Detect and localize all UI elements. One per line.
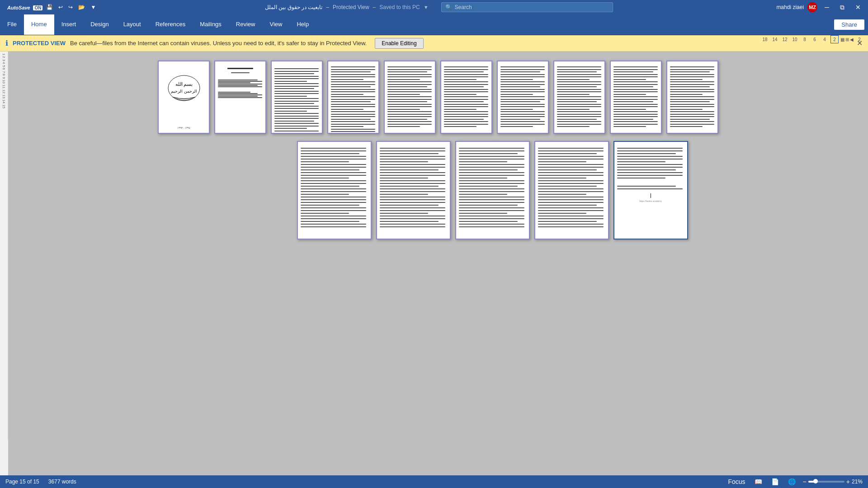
p5-content [385,61,435,133]
tab-design[interactable]: Design [83,14,116,35]
page-thumb-11[interactable] [297,141,372,239]
p15-footer-text: https://books.academy [616,200,685,202]
page-thumb-7[interactable] [497,61,549,134]
view-web-button[interactable]: 🌐 [786,477,797,486]
p4-content [328,61,378,133]
search-box[interactable]: 🔍 [441,2,613,12]
page-thumb-10[interactable] [666,61,718,134]
zoom-slider[interactable] [808,481,844,483]
p8-content [554,61,604,133]
strip-3[interactable]: 3 [2,59,6,61]
protected-view-title: PROTECTED VIEW [13,40,66,47]
page-thumb-14[interactable] [534,141,609,239]
strip-12[interactable]: 12 [2,89,6,94]
strip-9[interactable]: 9 [2,77,6,79]
nav-num-10[interactable]: 10 [791,35,799,43]
strip-6[interactable]: 6 [2,68,6,70]
save-status: – [373,4,376,10]
nav-num-18[interactable]: 18 [761,35,769,43]
strip-4[interactable]: 4 [2,62,6,64]
tab-file[interactable]: File [0,14,24,35]
page1-footer: ١٣٩٤ - ١٣٩٣ [177,126,190,129]
page-info: Page 15 of 15 [5,479,39,485]
tab-home[interactable]: Home [24,14,54,35]
user-name: mahdi ziaei [776,4,804,10]
nav-prev[interactable]: ◀ [850,37,854,42]
page-thumb-4[interactable] [327,61,379,134]
nav-num-12[interactable]: 12 [781,35,789,43]
nav-num-2b[interactable]: 2 [855,35,863,43]
page-thumb-3[interactable] [271,61,323,134]
document-area: بسم الله الرحمن الرحيم ١٣٩٤ - ١٣٩٣ [8,52,868,475]
nav-num-2a[interactable]: 2 [830,35,839,43]
p9-content [611,61,661,133]
close-button[interactable]: ✕ [852,0,864,14]
page-thumb-13[interactable] [455,141,530,239]
pages-row-2: https://books.academy [297,141,688,239]
undo-button[interactable]: ↩ [57,3,65,11]
word-count: 3677 words [48,479,76,485]
strip-11[interactable]: 11 [2,84,6,89]
page-thumb-5[interactable] [384,61,436,134]
customize-qa-button[interactable]: ▼ [89,3,98,11]
page-thumb-12[interactable] [376,141,451,239]
page-thumb-8[interactable] [553,61,605,134]
tab-help[interactable]: Help [289,14,316,35]
tab-view[interactable]: View [262,14,289,35]
page-thumb-1[interactable]: بسم الله الرحمن الرحيم ١٣٩٤ - ١٣٩٣ [158,61,210,134]
tab-references[interactable]: References [148,14,193,35]
save-dropdown[interactable]: ▼ [424,5,429,10]
strip-8[interactable]: 8 [2,74,6,75]
tab-review[interactable]: Review [229,14,263,35]
p15-content: https://books.academy [614,142,687,239]
pages-row-1: بسم الله الرحمن الرحيم ١٣٩٤ - ١٣٩٣ [158,61,718,134]
p6-content [441,61,491,133]
share-button[interactable]: Share [834,19,864,30]
view-mode-label: – [326,4,329,10]
cursor [651,193,651,198]
strip-5[interactable]: 5 [2,65,6,67]
page-thumb-9[interactable] [610,61,662,134]
tab-insert[interactable]: Insert [54,14,84,35]
restore-button[interactable]: ⧉ [836,0,848,14]
zoom-out-button[interactable]: − [803,478,807,485]
title-bar-left: AutoSave ON 💾 ↩ ↪ 📂 ▼ [4,3,101,11]
search-input[interactable] [455,4,609,10]
redo-button[interactable]: ↪ [66,3,75,11]
focus-button[interactable]: Focus [726,477,747,486]
strip-15[interactable]: 15 [2,104,6,108]
protected-view-label: Protected View [333,4,369,10]
zoom-in-button[interactable]: + [846,478,850,485]
app-logo: AutoSave ON [7,4,42,11]
strip-10[interactable]: 10 [2,80,6,84]
strip-2[interactable]: 2 [2,56,6,58]
page-thumb-15[interactable]: https://books.academy [613,141,688,239]
nav-num-14[interactable]: 14 [771,35,779,43]
view-print-button[interactable]: 📄 [769,477,781,486]
nav-num-4[interactable]: 4 [821,35,829,43]
view-single-icon[interactable]: ▦ [840,37,844,42]
strip-1[interactable]: 1 [2,53,6,55]
nav-num-6[interactable]: 6 [811,35,819,43]
nav-num-8[interactable]: 8 [801,35,809,43]
view-grid-icon[interactable]: ⊞ [845,37,849,42]
page-thumb-6[interactable] [440,61,492,134]
view-read-button[interactable]: 📖 [753,477,764,486]
tab-mailings[interactable]: Mailings [193,14,229,35]
search-icon: 🔍 [445,4,452,10]
autosave-toggle[interactable]: ON [33,5,42,10]
zoom-handle[interactable] [813,479,818,483]
enable-editing-button[interactable]: Enable Editing [375,38,423,49]
save-button[interactable]: 💾 [44,3,55,11]
tab-layout[interactable]: Layout [116,14,148,35]
minimize-button[interactable]: ─ [821,0,833,14]
strip-14[interactable]: 14 [2,99,6,103]
user-avatar[interactable]: MZ [807,2,817,12]
page-navigator: 18 14 12 10 8 6 4 2 ▦ ⊞ ◀ 2 [761,35,863,43]
strip-7[interactable]: 7 [2,71,6,73]
open-button[interactable]: 📂 [76,3,87,11]
strip-13[interactable]: 13 [2,94,6,99]
zoom-control: − + 21% [803,478,863,485]
p14-content [535,142,608,239]
page-thumb-2[interactable] [214,61,266,134]
